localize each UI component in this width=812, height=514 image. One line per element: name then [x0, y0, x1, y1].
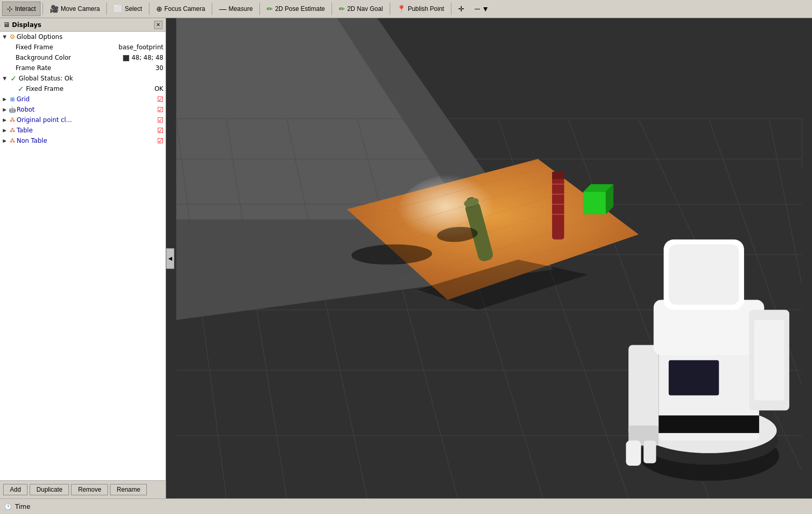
- fixed-frame-ok-row[interactable]: ✓ Fixed Frame OK: [0, 84, 166, 94]
- svg-rect-57: [669, 245, 739, 305]
- displays-header: 🖥 Displays ✕: [0, 18, 166, 32]
- grid-item[interactable]: ▶ ⊞ Grid ☑: [0, 94, 166, 104]
- fixed-frame-ok-value: OK: [155, 85, 166, 92]
- frame-rate-row[interactable]: Frame Rate 30: [0, 63, 166, 73]
- select-label: Select: [125, 5, 142, 12]
- frame-rate-label: Frame Rate: [16, 64, 156, 72]
- original-pointcloud-label: Original point cl...: [17, 116, 155, 124]
- frame-rate-value: 30: [156, 64, 166, 72]
- 2d-nav-icon: ✏: [339, 5, 345, 13]
- non-table-check[interactable]: ☑: [155, 137, 166, 145]
- original-pointcloud-icon: ⁂: [8, 117, 17, 124]
- measure-label: Measure: [228, 5, 253, 12]
- svg-rect-50: [669, 360, 719, 396]
- middle-area: 🖥 Displays ✕ ▼ ⚙ Global Options Fixed Fr…: [0, 18, 812, 498]
- focus-camera-button[interactable]: ⊕ Focus Camera: [152, 2, 210, 16]
- grid-check[interactable]: ☑: [155, 95, 166, 103]
- select-icon: ⬜: [114, 5, 122, 13]
- toolbar-separator-5: [259, 3, 260, 15]
- svg-rect-53: [626, 441, 641, 466]
- table-check[interactable]: ☑: [155, 126, 166, 134]
- publish-point-label: Publish Point: [408, 5, 444, 12]
- move-camera-button[interactable]: 🎥 Move Camera: [45, 2, 104, 16]
- table-arrow: ▶: [1, 128, 8, 133]
- table-icon: ⁂: [8, 127, 17, 134]
- displays-close-button[interactable]: ✕: [154, 21, 162, 29]
- original-pointcloud-check[interactable]: ☑: [155, 116, 166, 124]
- global-options-label: Global Options: [17, 33, 166, 40]
- fixed-frame-label: Fixed Frame: [16, 44, 119, 51]
- bg-color-label: Background Color: [16, 54, 123, 61]
- robot-arrow: ▶: [1, 107, 8, 112]
- time-icon: 🕐: [4, 503, 12, 510]
- robot-check[interactable]: ☑: [155, 105, 166, 114]
- collapse-panel-button[interactable]: ◀: [166, 248, 174, 269]
- bg-color-value: 48; 48; 48: [123, 54, 166, 61]
- bottom-buttons: Add Duplicate Remove Rename: [0, 480, 166, 498]
- global-options-icon: ⚙: [8, 33, 17, 40]
- toolbar-separator-8: [451, 3, 451, 15]
- time-label: Time: [15, 503, 30, 510]
- toolbar-separator-3: [149, 3, 149, 15]
- global-options-item[interactable]: ▼ ⚙ Global Options: [0, 32, 166, 42]
- scene-svg: [166, 18, 812, 498]
- measure-icon: —: [219, 5, 226, 13]
- displays-title: Displays: [12, 21, 42, 29]
- crosshair-icon: ✛: [458, 5, 464, 13]
- svg-rect-42: [583, 192, 606, 214]
- duplicate-button[interactable]: Duplicate: [30, 484, 69, 495]
- robot-item[interactable]: ▶ 🤖 Robot ☑: [0, 104, 166, 115]
- toolbar: ⊹ Interact 🎥 Move Camera ⬜ Select ⊕ Focu…: [0, 0, 812, 18]
- crosshair-button[interactable]: ✛: [453, 2, 469, 16]
- add-button[interactable]: Add: [3, 484, 27, 495]
- non-table-item[interactable]: ▶ ⁂ Non Table ☑: [0, 136, 166, 146]
- global-status-label: Global Status: Ok: [19, 75, 166, 82]
- fixed-frame-ok-label: Fixed Frame: [26, 85, 155, 92]
- measure-button[interactable]: — Measure: [214, 2, 257, 16]
- non-table-arrow: ▶: [1, 138, 8, 143]
- svg-rect-59: [754, 320, 784, 400]
- non-table-icon: ⁂: [8, 138, 17, 144]
- more-icon: ─ ▼: [475, 5, 489, 13]
- toolbar-separator-7: [390, 3, 390, 15]
- move-camera-label: Move Camera: [61, 5, 100, 12]
- non-table-label: Non Table: [17, 137, 155, 144]
- displays-monitor-icon: 🖥: [3, 21, 10, 29]
- table-item[interactable]: ▶ ⁂ Table ☑: [0, 125, 166, 136]
- 2d-nav-button[interactable]: ✏ 2D Nav Goal: [334, 2, 388, 16]
- 3d-viewport[interactable]: ◀: [166, 18, 812, 498]
- interact-icon: ⊹: [7, 5, 13, 13]
- bg-color-row[interactable]: Background Color 48; 48; 48: [0, 52, 166, 63]
- toolbar-separator-1: [43, 3, 43, 15]
- svg-rect-54: [643, 441, 656, 464]
- fixed-frame-row[interactable]: Fixed Frame base_footprint: [0, 42, 166, 52]
- displays-tree: ▼ ⚙ Global Options Fixed Frame base_foot…: [0, 32, 166, 480]
- global-status-check: ✓: [8, 74, 19, 83]
- 2d-pose-icon: ✏: [267, 5, 273, 13]
- grid-arrow: ▶: [1, 97, 8, 102]
- time-bar: 🕐 Time: [0, 498, 812, 514]
- original-pointcloud-item[interactable]: ▶ ⁂ Original point cl... ☑: [0, 115, 166, 125]
- interact-button[interactable]: ⊹ Interact: [2, 2, 40, 16]
- publish-point-icon: 📍: [397, 5, 406, 13]
- select-button[interactable]: ⬜ Select: [109, 2, 146, 16]
- global-status-item[interactable]: ▼ ✓ Global Status: Ok: [0, 73, 166, 84]
- more-button[interactable]: ─ ▼: [470, 2, 494, 16]
- svg-rect-37: [552, 171, 564, 179]
- focus-camera-icon: ⊕: [156, 5, 162, 13]
- move-camera-icon: 🎥: [50, 5, 59, 13]
- toolbar-separator-2: [106, 3, 107, 15]
- global-options-arrow: ▼: [1, 34, 8, 39]
- rename-button[interactable]: Rename: [110, 484, 147, 495]
- 2d-pose-button[interactable]: ✏ 2D Pose Estimate: [262, 2, 329, 16]
- grid-icon: ⊞: [8, 96, 17, 103]
- toolbar-separator-4: [212, 3, 212, 15]
- left-panel: 🖥 Displays ✕ ▼ ⚙ Global Options Fixed Fr…: [0, 18, 166, 498]
- remove-button[interactable]: Remove: [71, 484, 108, 495]
- toolbar-separator-6: [332, 3, 332, 15]
- table-label: Table: [17, 127, 155, 134]
- global-status-arrow: ▼: [1, 76, 8, 81]
- publish-point-button[interactable]: 📍 Publish Point: [392, 2, 449, 16]
- focus-camera-label: Focus Camera: [164, 5, 205, 12]
- interact-label: Interact: [15, 5, 36, 12]
